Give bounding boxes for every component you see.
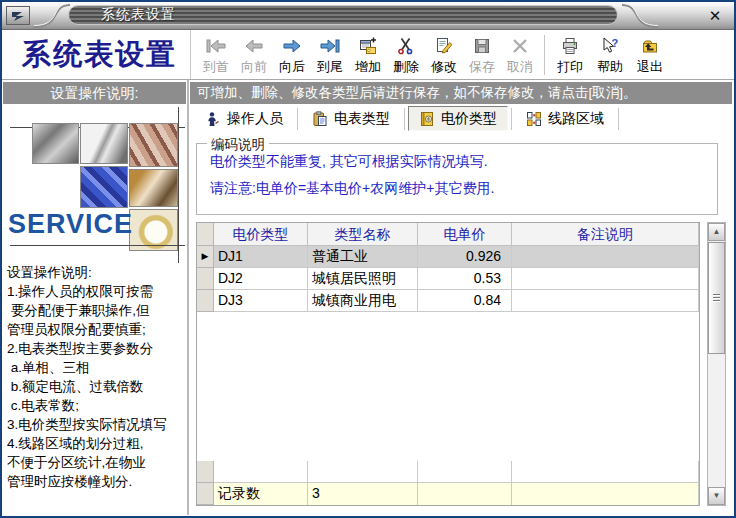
photo-tools: [32, 123, 79, 164]
scrollbar-thumb[interactable]: [708, 242, 725, 354]
cell-name[interactable]: 城镇商业用电: [308, 290, 418, 312]
decor-vline: [178, 107, 179, 263]
tab-separator: [297, 108, 298, 130]
tab-meter-types[interactable]: 电表类型: [301, 106, 401, 131]
tab-label: 电表类型: [334, 110, 390, 128]
toolbar-button-delete[interactable]: 删除: [387, 31, 425, 78]
column-header-code: 电价类型: [214, 223, 308, 246]
help-cursor-icon: ?: [601, 36, 619, 56]
logo-z-icon: [11, 10, 25, 22]
summary-row: 记录数 3: [197, 483, 699, 505]
grid-header-selector: [197, 223, 214, 246]
tab-separator: [511, 108, 512, 130]
record-count-value: 3: [308, 483, 418, 505]
exit-folder-icon: [641, 36, 659, 56]
tab-separator: [404, 108, 405, 130]
arrow-first-icon: [206, 36, 226, 56]
sidebar-header: 设置操作说明:: [3, 82, 186, 104]
toolbar-button-label: 退出: [637, 58, 663, 76]
arrow-next-icon: [282, 36, 302, 56]
header: 系统表设置 到首 向前 向后: [2, 30, 734, 80]
toolbar-button-last[interactable]: 到尾: [311, 31, 349, 78]
photo-cloth: [129, 169, 178, 207]
table-row[interactable]: DJ2 城镇居民照明 0.53: [197, 268, 699, 290]
app-icon[interactable]: [6, 6, 30, 25]
table-row[interactable]: DJ3 城镇商业用电 0.84: [197, 290, 699, 312]
toolbar-button-label: 向后: [279, 58, 305, 76]
service-wordmark: SERVICE: [8, 209, 133, 240]
toolbar-button-cancel: 取消: [501, 31, 539, 78]
save-floppy-icon: [473, 36, 491, 56]
cell-price[interactable]: 0.84: [418, 290, 512, 312]
cell-code[interactable]: DJ2: [214, 268, 308, 290]
cancel-x-icon: [511, 36, 529, 56]
table-row[interactable]: ▶ DJ1 普通工业 0.926: [197, 246, 699, 268]
toolbar: 到首 向前 向后 到尾: [191, 30, 734, 79]
row-selector: [197, 290, 214, 312]
cell-note[interactable]: [512, 268, 699, 290]
toolbar-button-label: 删除: [393, 58, 419, 76]
price-type-grid: 电价类型 类型名称 电单价 备注说明 ▶ DJ1 普通工业 0.926: [196, 222, 700, 506]
toolbar-button-edit[interactable]: 修改: [425, 31, 463, 78]
cell-code[interactable]: DJ1: [214, 246, 308, 268]
toolbar-button-prev: 向前: [235, 31, 273, 78]
tab-label: 线路区域: [548, 110, 604, 128]
grid-empty-row: [197, 461, 699, 483]
tab-price-types[interactable]: 电价类型: [408, 106, 508, 131]
person-icon: [205, 111, 221, 127]
toolbar-button-add[interactable]: 增加: [349, 31, 387, 78]
toolbar-button-label: 到尾: [317, 58, 343, 76]
cell-name[interactable]: 城镇居民照明: [308, 268, 418, 290]
toolbar-button-label: 保存: [469, 58, 495, 76]
column-header-name: 类型名称: [308, 223, 418, 246]
toolbar-button-help[interactable]: ? 帮助: [590, 31, 630, 78]
tab-label: 操作人员: [227, 110, 283, 128]
sidebar-collage: SERVICE: [2, 105, 187, 257]
toolbar-button-label: 向前: [241, 58, 267, 76]
empty-cell: [308, 461, 418, 483]
row-selector: [197, 483, 214, 505]
scroll-up-button[interactable]: ▲: [708, 223, 725, 241]
toolbar-button-label: 增加: [355, 58, 381, 76]
toolbar-button-print[interactable]: 打印: [550, 31, 590, 78]
toolbar-button-save: 保存: [463, 31, 501, 78]
record-count-label: 记录数: [214, 483, 308, 505]
close-button[interactable]: ✕: [705, 6, 725, 26]
clipboard-icon: [312, 111, 328, 127]
tab-label: 电价类型: [441, 110, 497, 128]
row-selector: [197, 461, 214, 483]
cell-price[interactable]: 0.926: [418, 246, 512, 268]
tab-line-regions[interactable]: 线路区域: [515, 106, 615, 131]
main-panel: 可增加、删除、修改各类型后请进行保存，如不保存修改，请点击[取消]。 操作人员 …: [189, 80, 734, 515]
empty-cell: [418, 483, 512, 505]
page-title: 系统表设置: [2, 30, 191, 79]
encoding-groupbox: 编码说明 电价类型不能重复, 其它可根据实际情况填写. 请注意:电单价=基本电价…: [196, 143, 718, 215]
tab-separator: [618, 108, 619, 130]
arrow-prev-icon: [244, 36, 264, 56]
toolbar-button-first: 到首: [197, 31, 235, 78]
regions-icon: [526, 111, 542, 127]
scroll-down-button[interactable]: ▼: [708, 487, 725, 505]
cell-note[interactable]: [512, 290, 699, 312]
sidebar: 设置操作说明: SERVICE 设置操作说明: 1.操作人员的权限可按需 要分配…: [2, 80, 189, 515]
empty-cell: [214, 461, 308, 483]
price-type-grid-area: 电价类型 类型名称 电单价 备注说明 ▶ DJ1 普通工业 0.926: [196, 222, 734, 506]
tab-operators[interactable]: 操作人员: [194, 106, 294, 131]
cell-code[interactable]: DJ3: [214, 290, 308, 312]
vertical-scrollbar[interactable]: ▲ ▼: [707, 222, 726, 506]
toolbar-button-label: 打印: [557, 58, 583, 76]
grid-header-row: 电价类型 类型名称 电单价 备注说明: [197, 223, 699, 246]
groupbox-title: 编码说明: [207, 136, 269, 154]
cell-note[interactable]: [512, 246, 699, 268]
empty-cell: [512, 483, 699, 505]
cell-name[interactable]: 普通工业: [308, 246, 418, 268]
titlebar-curve-left: [32, 2, 72, 30]
cell-price[interactable]: 0.53: [418, 268, 512, 290]
edit-icon: [435, 36, 453, 56]
toolbar-button-next[interactable]: 向后: [273, 31, 311, 78]
current-row-marker: ▶: [197, 246, 214, 268]
column-header-price: 电单价: [418, 223, 512, 246]
toolbar-button-exit[interactable]: 退出: [630, 31, 670, 78]
toolbar-button-label: 帮助: [597, 58, 623, 76]
toolbar-button-label: 取消: [507, 58, 533, 76]
